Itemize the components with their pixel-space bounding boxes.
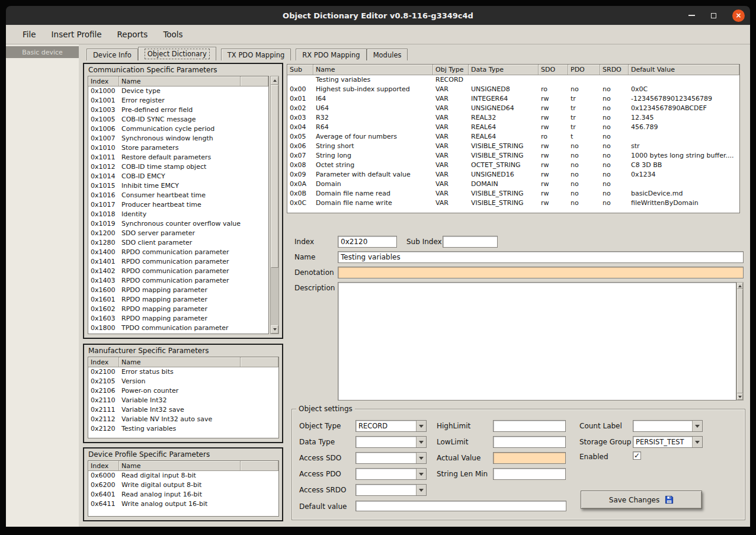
table-row[interactable]: 0x6411Write analog output 16-bit xyxy=(88,499,278,509)
chevron-down-icon[interactable] xyxy=(416,485,426,495)
table-row[interactable]: 0x1010Store parameters xyxy=(88,143,268,153)
table-row[interactable]: 0x0BDomain file name readVARVISIBLE_STRI… xyxy=(287,189,739,198)
table-row[interactable]: 0x0ADomainVARDOMAINrwnono xyxy=(287,180,739,189)
access-srdo-select[interactable] xyxy=(355,484,427,496)
menu-tools[interactable]: Tools xyxy=(155,30,190,39)
table-row[interactable]: 0x1014COB-ID EMCY xyxy=(88,172,268,181)
enabled-checkbox[interactable]: ✓ xyxy=(633,451,641,460)
chevron-down-icon[interactable] xyxy=(416,453,426,463)
menu-insert-profile[interactable]: Insert Profile xyxy=(44,30,110,39)
table-row[interactable]: 0x1003Pre-defined error field xyxy=(88,105,268,115)
column-header[interactable]: SRDO xyxy=(600,65,629,75)
scroll-thumb[interactable] xyxy=(737,289,743,393)
name-input[interactable] xyxy=(338,251,744,263)
scroll-down-icon[interactable] xyxy=(271,325,278,334)
table-row[interactable]: 0x06String shortVARVISIBLE_STRINGrwnonos… xyxy=(287,142,739,151)
column-header[interactable]: Default Value xyxy=(629,65,739,75)
chevron-down-icon[interactable] xyxy=(416,421,426,431)
maximize-button[interactable] xyxy=(711,13,716,18)
high-limit-input[interactable] xyxy=(493,420,566,432)
table-row[interactable]: 0x1012COB-ID time stamp object xyxy=(88,162,268,172)
object-type-select[interactable]: RECORD xyxy=(355,420,427,432)
column-header[interactable]: Obj Type xyxy=(433,65,469,75)
table-row[interactable]: 0x1006Communication cycle period xyxy=(88,124,268,134)
table-row[interactable]: 0x1017Producer heartbeat time xyxy=(88,200,268,210)
close-button[interactable]: × xyxy=(732,9,745,22)
column-header[interactable]: SDO xyxy=(539,65,568,75)
table-row[interactable]: 0x1019Synchronous counter overflow value xyxy=(88,219,268,229)
table-row[interactable]: 0x1016Consumer heartbeat time xyxy=(88,191,268,200)
table-row[interactable]: 0x1603RPDO mapping parameter xyxy=(88,314,268,323)
count-label-select[interactable] xyxy=(633,420,703,432)
storage-group-select[interactable]: PERSIST_TEST xyxy=(633,436,703,448)
table-row[interactable]: 0x1602RPDO mapping parameter xyxy=(88,305,268,314)
table-row[interactable]: 0x2110Variable Int32 xyxy=(88,396,278,405)
tab-device-info[interactable]: Device Info xyxy=(87,49,138,60)
column-header[interactable]: PDO xyxy=(568,65,600,75)
tab-object-dictionary[interactable]: Object Dictionary xyxy=(138,47,216,60)
save-changes-button[interactable]: Save Changes xyxy=(581,491,702,509)
sub-index-input[interactable] xyxy=(443,236,498,248)
scroll-up-icon[interactable] xyxy=(271,76,278,85)
scroll-track[interactable] xyxy=(271,85,278,325)
string-len-min-input[interactable] xyxy=(493,468,566,480)
table-row[interactable]: 0x03R32VARREAL32rwtrno12.345 xyxy=(287,113,739,123)
scroll-up-icon[interactable] xyxy=(737,283,743,289)
table-row[interactable]: 0x2100Error status bits xyxy=(88,367,278,377)
scroll-thumb[interactable] xyxy=(271,85,278,268)
table-row[interactable]: Testing variablesRECORD xyxy=(287,75,739,85)
table-row[interactable]: 0x6401Read analog input 16-bit xyxy=(88,490,278,499)
column-header[interactable]: Data Type xyxy=(469,65,539,75)
low-limit-input[interactable] xyxy=(493,436,566,448)
menu-file[interactable]: File xyxy=(15,30,44,39)
table-row[interactable]: 0x0CDomain file name writeVARVISIBLE_STR… xyxy=(287,198,739,208)
column-header[interactable]: Index xyxy=(88,76,119,86)
menu-reports[interactable]: Reports xyxy=(110,30,156,39)
table-row[interactable]: 0x1005COB-ID SYNC message xyxy=(88,115,268,124)
column-header[interactable] xyxy=(241,461,278,470)
titlebar[interactable]: Object Dictionary Editor v0.8-116-g3349c… xyxy=(6,6,750,25)
table-row[interactable]: 0x09Parameter with default valueVARUNSIG… xyxy=(287,170,739,180)
column-header[interactable]: Name xyxy=(119,461,241,470)
column-header[interactable]: Name xyxy=(119,357,241,367)
table-row[interactable]: 0x1403RPDO communication parameter xyxy=(88,276,268,286)
table-row[interactable]: 0x1001Error register xyxy=(88,96,268,105)
chevron-down-icon[interactable] xyxy=(692,437,702,447)
index-input[interactable] xyxy=(338,236,397,248)
column-header[interactable] xyxy=(241,76,268,86)
tab-rx-pdo-mapping[interactable]: RX PDO Mapping xyxy=(296,49,366,60)
table-row[interactable]: 0x2106Power-on counter xyxy=(88,386,278,396)
table-row[interactable]: 0x1200SDO server parameter xyxy=(88,229,268,238)
table-row[interactable]: 0x1402RPDO communication parameter xyxy=(88,267,268,276)
table-row[interactable]: 0x1000Device type xyxy=(88,87,268,96)
description-textarea[interactable] xyxy=(338,282,736,401)
column-header[interactable]: Index xyxy=(88,357,119,367)
tab-tx-pdo-mapping[interactable]: TX PDO Mapping xyxy=(221,49,291,60)
table-row[interactable]: 0x1011Restore default parameters xyxy=(88,153,268,162)
table-row[interactable]: 0x1600RPDO mapping parameter xyxy=(88,286,268,295)
table-row[interactable]: 0x08Octet stringVAROCTET_STRINGrwnonoC8 … xyxy=(287,161,739,170)
table-row[interactable]: 0x1800TPDO communication parameter xyxy=(88,323,268,333)
table-row[interactable]: 0x2105Version xyxy=(88,377,278,386)
default-value-input[interactable] xyxy=(355,501,566,511)
table-row[interactable]: 0x04R64VARREAL64rwtrno456.789 xyxy=(287,123,739,132)
table-row[interactable]: 0x1015Inhibit time EMCY xyxy=(88,181,268,191)
column-header[interactable]: Name xyxy=(119,76,241,86)
table-row[interactable]: 0x1007Synchronous window length xyxy=(88,134,268,143)
scroll-track[interactable] xyxy=(737,289,743,393)
table-row[interactable]: 0x2120Testing variables xyxy=(88,424,278,434)
table-row[interactable]: 0x2112Variable NV Int32 auto save xyxy=(88,415,278,424)
table-row[interactable]: 0x00Highest sub-index supportedVARUNSIGN… xyxy=(287,85,739,94)
table-row[interactable]: 0x1280SDO client parameter xyxy=(88,238,268,248)
table-row[interactable]: 0x1401RPDO communication parameter xyxy=(88,257,268,267)
access-pdo-select[interactable] xyxy=(355,468,427,480)
chevron-down-icon[interactable] xyxy=(416,469,426,479)
column-header[interactable]: Index xyxy=(88,461,119,470)
scroll-down-icon[interactable] xyxy=(737,393,743,400)
table-row[interactable]: 0x6000Read digital input 8-bit xyxy=(88,471,278,480)
tab-modules[interactable]: Modules xyxy=(367,49,408,60)
data-type-select[interactable] xyxy=(355,436,427,448)
column-header[interactable]: Sub xyxy=(287,65,313,75)
table-row[interactable]: 0x6200Write digital output 8-bit xyxy=(88,480,278,490)
table-row[interactable]: 0x05Average of four numbersVARREAL64rotn… xyxy=(287,132,739,142)
